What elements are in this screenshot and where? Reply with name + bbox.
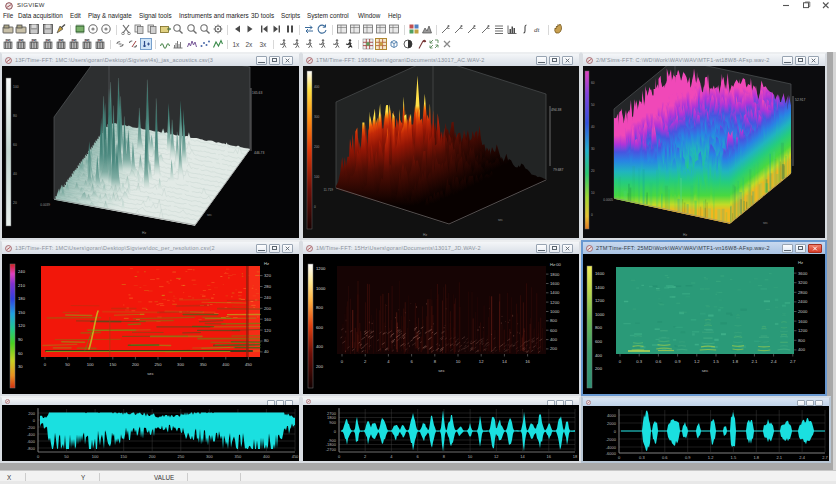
svg-text:400: 400 [222, 362, 230, 367]
svg-text:52.917: 52.917 [795, 98, 805, 102]
svg-text:1x: 1x [233, 41, 241, 48]
svg-text:1200: 1200 [595, 298, 605, 303]
svg-text:0.6: 0.6 [655, 359, 661, 364]
svg-text:12: 12 [494, 454, 499, 459]
svg-text:2.7: 2.7 [822, 455, 828, 460]
svg-text:3x: 3x [259, 41, 267, 48]
svg-text:1200: 1200 [316, 266, 326, 271]
svg-text:40: 40 [591, 125, 595, 129]
svg-text:60: 60 [591, 81, 595, 85]
svg-text:79.687: 79.687 [553, 168, 563, 172]
svg-text:300: 300 [314, 115, 320, 119]
svg-text:400: 400 [595, 353, 603, 358]
svg-text:1.8: 1.8 [732, 359, 738, 364]
svg-text:400: 400 [798, 347, 806, 352]
svg-text:10: 10 [468, 454, 473, 459]
svg-text:80: 80 [13, 114, 17, 118]
svg-text:0.3: 0.3 [639, 455, 645, 460]
svg-text:30: 30 [591, 147, 595, 151]
svg-text:-800: -800 [27, 446, 36, 451]
svg-text:1.2: 1.2 [708, 455, 714, 460]
svg-text:100: 100 [314, 175, 320, 179]
svg-text:12: 12 [479, 359, 484, 364]
svg-text:2.4: 2.4 [771, 359, 777, 364]
svg-text:210: 210 [18, 283, 26, 288]
svg-text:60: 60 [18, 351, 23, 356]
svg-text:sec: sec [147, 371, 154, 376]
svg-text:150: 150 [109, 362, 117, 367]
svg-text:2.4: 2.4 [799, 455, 805, 460]
svg-text:494.38: 494.38 [551, 108, 561, 112]
svg-text:sec: sec [207, 213, 212, 217]
svg-text:20: 20 [13, 201, 17, 205]
svg-text:2400: 2400 [798, 299, 808, 304]
svg-text:10: 10 [456, 359, 461, 364]
svg-text:450: 450 [292, 454, 299, 459]
svg-text:165.63: 165.63 [252, 91, 262, 95]
svg-text:80: 80 [264, 338, 269, 343]
svg-text:320: 320 [264, 273, 272, 278]
svg-text:Hz:00: Hz:00 [550, 262, 562, 267]
svg-text:400: 400 [316, 344, 324, 349]
svg-text:400: 400 [314, 85, 320, 89]
svg-text:-400: -400 [27, 432, 36, 437]
svg-text:1.5: 1.5 [731, 455, 737, 460]
svg-text:-600: -600 [27, 439, 36, 444]
svg-text:Hz: Hz [142, 231, 146, 235]
svg-text:200: 200 [550, 346, 558, 351]
svg-text:Hz: Hz [423, 233, 427, 237]
svg-text:sec: sec [719, 460, 725, 462]
svg-text:18: 18 [573, 454, 578, 459]
svg-text:1200: 1200 [550, 300, 560, 305]
svg-text:sec: sec [163, 459, 169, 462]
svg-text:sec: sec [702, 368, 709, 373]
svg-text:sec: sec [763, 221, 768, 225]
svg-text:50: 50 [65, 362, 70, 367]
svg-text:180: 180 [18, 296, 26, 301]
svg-text:600: 600 [595, 339, 603, 344]
svg-text:120: 120 [18, 323, 26, 328]
svg-text:1000: 1000 [595, 312, 605, 317]
svg-text:50: 50 [591, 103, 595, 107]
svg-text:350: 350 [235, 454, 242, 459]
svg-text:1200: 1200 [798, 328, 808, 333]
svg-text:0.9: 0.9 [675, 359, 681, 364]
svg-text:100: 100 [87, 362, 95, 367]
svg-text:0.3: 0.3 [636, 359, 642, 364]
svg-text:120: 120 [264, 328, 272, 333]
svg-text:3600: 3600 [798, 271, 808, 276]
svg-text:16: 16 [547, 454, 552, 459]
svg-text:-2700: -2700 [326, 447, 337, 452]
svg-text:dt: dt [534, 26, 541, 34]
svg-text:250: 250 [177, 454, 184, 459]
svg-text:0: 0 [591, 213, 593, 217]
svg-text:1000: 1000 [316, 286, 326, 291]
svg-text:-6000: -6000 [606, 451, 617, 456]
svg-text:200: 200 [314, 145, 320, 149]
svg-text:Hz: Hz [798, 260, 803, 265]
svg-text:800: 800 [798, 338, 806, 343]
svg-text:200: 200 [149, 454, 156, 459]
svg-text:1400: 1400 [595, 285, 605, 290]
svg-text:240: 240 [264, 295, 272, 300]
svg-text:10: 10 [591, 191, 595, 195]
svg-text:1.5: 1.5 [713, 359, 719, 364]
svg-text:450: 450 [245, 362, 253, 367]
svg-text:350: 350 [200, 362, 208, 367]
svg-text:300: 300 [206, 454, 213, 459]
svg-text:1600: 1600 [798, 319, 808, 324]
svg-text:0.6: 0.6 [662, 455, 668, 460]
svg-text:100: 100 [92, 454, 99, 459]
svg-text:0.9: 0.9 [685, 455, 691, 460]
svg-text:250: 250 [155, 362, 163, 367]
svg-text:sec: sec [454, 459, 460, 462]
svg-text:2.1: 2.1 [776, 455, 782, 460]
svg-text:-4000: -4000 [606, 445, 617, 450]
svg-text:1600: 1600 [550, 281, 560, 286]
svg-text:300: 300 [177, 362, 185, 367]
svg-text:2800: 2800 [798, 290, 808, 295]
svg-text:30: 30 [18, 364, 23, 369]
svg-text:Hz: Hz [683, 233, 687, 237]
svg-text:800: 800 [595, 325, 603, 330]
svg-text:2.7: 2.7 [790, 359, 796, 364]
